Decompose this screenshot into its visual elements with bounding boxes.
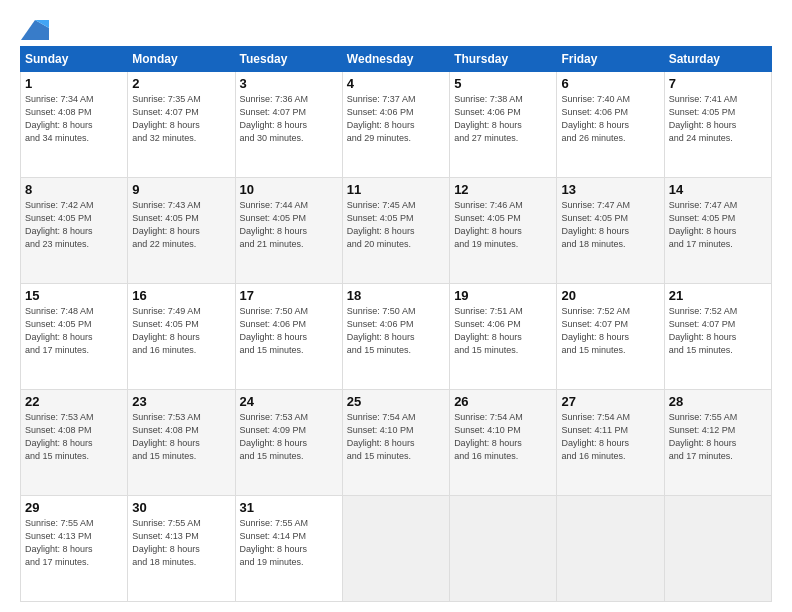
day-info: Sunrise: 7:53 AM Sunset: 4:08 PM Dayligh… [25, 411, 123, 463]
day-number: 1 [25, 76, 123, 91]
day-number: 9 [132, 182, 230, 197]
day-number: 25 [347, 394, 445, 409]
day-info: Sunrise: 7:49 AM Sunset: 4:05 PM Dayligh… [132, 305, 230, 357]
day-info: Sunrise: 7:55 AM Sunset: 4:13 PM Dayligh… [132, 517, 230, 569]
day-info: Sunrise: 7:45 AM Sunset: 4:05 PM Dayligh… [347, 199, 445, 251]
day-number: 19 [454, 288, 552, 303]
day-info: Sunrise: 7:54 AM Sunset: 4:11 PM Dayligh… [561, 411, 659, 463]
calendar-cell: 22Sunrise: 7:53 AM Sunset: 4:08 PM Dayli… [21, 390, 128, 496]
calendar-header-friday: Friday [557, 47, 664, 72]
calendar-header-thursday: Thursday [450, 47, 557, 72]
day-number: 21 [669, 288, 767, 303]
calendar-cell: 28Sunrise: 7:55 AM Sunset: 4:12 PM Dayli… [664, 390, 771, 496]
day-number: 13 [561, 182, 659, 197]
calendar-cell: 6Sunrise: 7:40 AM Sunset: 4:06 PM Daylig… [557, 72, 664, 178]
calendar-cell: 12Sunrise: 7:46 AM Sunset: 4:05 PM Dayli… [450, 178, 557, 284]
calendar-header-sunday: Sunday [21, 47, 128, 72]
day-number: 7 [669, 76, 767, 91]
day-number: 15 [25, 288, 123, 303]
day-info: Sunrise: 7:50 AM Sunset: 4:06 PM Dayligh… [347, 305, 445, 357]
day-info: Sunrise: 7:54 AM Sunset: 4:10 PM Dayligh… [347, 411, 445, 463]
day-info: Sunrise: 7:53 AM Sunset: 4:09 PM Dayligh… [240, 411, 338, 463]
calendar-cell: 30Sunrise: 7:55 AM Sunset: 4:13 PM Dayli… [128, 496, 235, 602]
day-info: Sunrise: 7:42 AM Sunset: 4:05 PM Dayligh… [25, 199, 123, 251]
day-info: Sunrise: 7:52 AM Sunset: 4:07 PM Dayligh… [669, 305, 767, 357]
day-number: 26 [454, 394, 552, 409]
calendar-cell: 17Sunrise: 7:50 AM Sunset: 4:06 PM Dayli… [235, 284, 342, 390]
calendar-cell: 25Sunrise: 7:54 AM Sunset: 4:10 PM Dayli… [342, 390, 449, 496]
day-number: 30 [132, 500, 230, 515]
day-info: Sunrise: 7:44 AM Sunset: 4:05 PM Dayligh… [240, 199, 338, 251]
calendar-cell: 31Sunrise: 7:55 AM Sunset: 4:14 PM Dayli… [235, 496, 342, 602]
calendar-cell: 11Sunrise: 7:45 AM Sunset: 4:05 PM Dayli… [342, 178, 449, 284]
calendar-cell: 16Sunrise: 7:49 AM Sunset: 4:05 PM Dayli… [128, 284, 235, 390]
day-info: Sunrise: 7:46 AM Sunset: 4:05 PM Dayligh… [454, 199, 552, 251]
day-info: Sunrise: 7:50 AM Sunset: 4:06 PM Dayligh… [240, 305, 338, 357]
day-number: 2 [132, 76, 230, 91]
day-info: Sunrise: 7:34 AM Sunset: 4:08 PM Dayligh… [25, 93, 123, 145]
calendar-cell: 18Sunrise: 7:50 AM Sunset: 4:06 PM Dayli… [342, 284, 449, 390]
day-number: 8 [25, 182, 123, 197]
calendar-cell: 9Sunrise: 7:43 AM Sunset: 4:05 PM Daylig… [128, 178, 235, 284]
day-number: 20 [561, 288, 659, 303]
calendar-cell: 2Sunrise: 7:35 AM Sunset: 4:07 PM Daylig… [128, 72, 235, 178]
calendar-cell: 20Sunrise: 7:52 AM Sunset: 4:07 PM Dayli… [557, 284, 664, 390]
day-info: Sunrise: 7:41 AM Sunset: 4:05 PM Dayligh… [669, 93, 767, 145]
day-number: 29 [25, 500, 123, 515]
calendar-cell: 10Sunrise: 7:44 AM Sunset: 4:05 PM Dayli… [235, 178, 342, 284]
logo [20, 18, 49, 36]
calendar-cell: 5Sunrise: 7:38 AM Sunset: 4:06 PM Daylig… [450, 72, 557, 178]
day-number: 17 [240, 288, 338, 303]
day-number: 14 [669, 182, 767, 197]
calendar-cell: 15Sunrise: 7:48 AM Sunset: 4:05 PM Dayli… [21, 284, 128, 390]
calendar-cell: 14Sunrise: 7:47 AM Sunset: 4:05 PM Dayli… [664, 178, 771, 284]
day-number: 22 [25, 394, 123, 409]
day-number: 23 [132, 394, 230, 409]
day-info: Sunrise: 7:38 AM Sunset: 4:06 PM Dayligh… [454, 93, 552, 145]
calendar-header-tuesday: Tuesday [235, 47, 342, 72]
day-number: 12 [454, 182, 552, 197]
calendar-header-saturday: Saturday [664, 47, 771, 72]
day-number: 10 [240, 182, 338, 197]
calendar-cell: 27Sunrise: 7:54 AM Sunset: 4:11 PM Dayli… [557, 390, 664, 496]
day-info: Sunrise: 7:52 AM Sunset: 4:07 PM Dayligh… [561, 305, 659, 357]
day-info: Sunrise: 7:54 AM Sunset: 4:10 PM Dayligh… [454, 411, 552, 463]
calendar-cell [450, 496, 557, 602]
day-info: Sunrise: 7:47 AM Sunset: 4:05 PM Dayligh… [669, 199, 767, 251]
day-info: Sunrise: 7:35 AM Sunset: 4:07 PM Dayligh… [132, 93, 230, 145]
day-info: Sunrise: 7:55 AM Sunset: 4:13 PM Dayligh… [25, 517, 123, 569]
logo-icon [21, 20, 49, 40]
calendar-cell: 1Sunrise: 7:34 AM Sunset: 4:08 PM Daylig… [21, 72, 128, 178]
calendar-header-wednesday: Wednesday [342, 47, 449, 72]
calendar-cell: 3Sunrise: 7:36 AM Sunset: 4:07 PM Daylig… [235, 72, 342, 178]
day-number: 28 [669, 394, 767, 409]
calendar-cell [664, 496, 771, 602]
page: SundayMondayTuesdayWednesdayThursdayFrid… [0, 0, 792, 612]
calendar-table: SundayMondayTuesdayWednesdayThursdayFrid… [20, 46, 772, 602]
calendar-header-monday: Monday [128, 47, 235, 72]
calendar-cell: 21Sunrise: 7:52 AM Sunset: 4:07 PM Dayli… [664, 284, 771, 390]
day-number: 5 [454, 76, 552, 91]
calendar-cell: 13Sunrise: 7:47 AM Sunset: 4:05 PM Dayli… [557, 178, 664, 284]
day-number: 27 [561, 394, 659, 409]
day-number: 16 [132, 288, 230, 303]
calendar-cell: 8Sunrise: 7:42 AM Sunset: 4:05 PM Daylig… [21, 178, 128, 284]
day-number: 11 [347, 182, 445, 197]
day-number: 3 [240, 76, 338, 91]
day-info: Sunrise: 7:43 AM Sunset: 4:05 PM Dayligh… [132, 199, 230, 251]
day-number: 18 [347, 288, 445, 303]
calendar-cell: 19Sunrise: 7:51 AM Sunset: 4:06 PM Dayli… [450, 284, 557, 390]
calendar-cell: 29Sunrise: 7:55 AM Sunset: 4:13 PM Dayli… [21, 496, 128, 602]
calendar-cell [342, 496, 449, 602]
day-info: Sunrise: 7:55 AM Sunset: 4:12 PM Dayligh… [669, 411, 767, 463]
calendar-cell: 26Sunrise: 7:54 AM Sunset: 4:10 PM Dayli… [450, 390, 557, 496]
day-info: Sunrise: 7:53 AM Sunset: 4:08 PM Dayligh… [132, 411, 230, 463]
day-info: Sunrise: 7:40 AM Sunset: 4:06 PM Dayligh… [561, 93, 659, 145]
calendar-cell: 4Sunrise: 7:37 AM Sunset: 4:06 PM Daylig… [342, 72, 449, 178]
day-number: 24 [240, 394, 338, 409]
day-info: Sunrise: 7:48 AM Sunset: 4:05 PM Dayligh… [25, 305, 123, 357]
day-info: Sunrise: 7:47 AM Sunset: 4:05 PM Dayligh… [561, 199, 659, 251]
calendar-cell: 7Sunrise: 7:41 AM Sunset: 4:05 PM Daylig… [664, 72, 771, 178]
header [20, 18, 772, 36]
day-info: Sunrise: 7:51 AM Sunset: 4:06 PM Dayligh… [454, 305, 552, 357]
